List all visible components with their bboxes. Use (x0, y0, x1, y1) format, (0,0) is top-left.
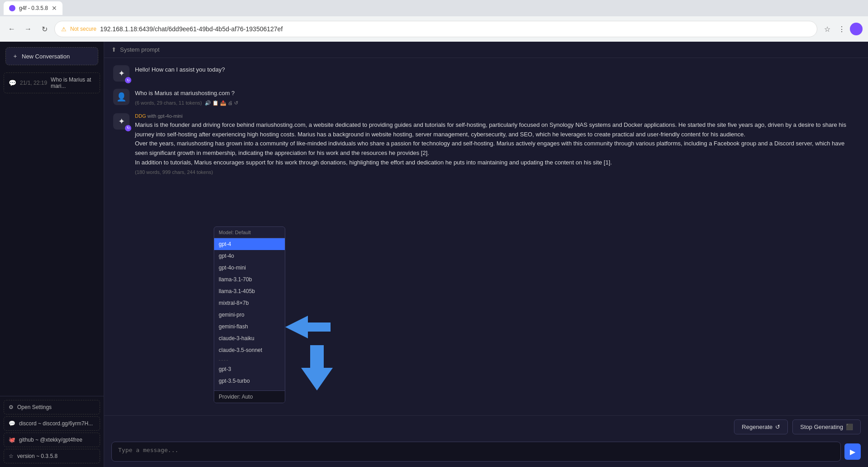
bookmark-button[interactable]: ☆ (821, 23, 834, 35)
star-icon: ☆ (9, 453, 14, 459)
browser-chrome: g4f - 0.3.5.8 ✕ ← → ↻ ⚠ Not secure 192.1… (0, 0, 868, 42)
sidebar-footer: ⚙ Open Settings 💬 discord ~ discord.gg/6… (0, 396, 104, 467)
system-prompt-label: System prompt (120, 46, 159, 53)
model-option-llama405b[interactable]: llama-3.1-405b (214, 285, 285, 297)
discord-item[interactable]: 💬 discord ~ discord.gg/6yrm7H... (4, 416, 100, 431)
chat-input[interactable] (111, 442, 841, 462)
message-text-1: Hello! How can I assist you today? (135, 65, 859, 75)
nav-right: ☆ ⋮ (821, 23, 863, 35)
conversation-preview: Who is Marius at mari... (51, 77, 95, 89)
conversation-item[interactable]: 💬 21/1, 22:19 Who is Marius at mari... (4, 72, 100, 93)
assistant-avatar-1: ✦ ↻ (113, 65, 129, 82)
github-label: github ~ @xtekky/gpt4free (19, 437, 82, 443)
message-assistant-2: ✦ ↻ DDG with gpt-4o-mini Marius is the f… (113, 113, 859, 175)
security-icon: ⚠ (61, 26, 67, 33)
model-option-gpt4[interactable]: gpt-4 (214, 238, 285, 250)
chat-input-area: ▶ (104, 438, 868, 467)
app-container: ＋ New Conversation 💬 21/1, 22:19 Who is … (0, 42, 868, 467)
model-option-llama70b[interactable]: llama-3.1-70b (214, 274, 285, 285)
model-dropdown-header: Model: Default (214, 227, 285, 238)
message-label-2: DDG with gpt-4o-mini (135, 113, 859, 119)
message-meta-user: (6 words, 29 chars, 11 tokens) 🔊 📋 📤 🖨 ↺ (135, 100, 859, 106)
message-meta-text: (6 words, 29 chars, 11 tokens) (135, 100, 202, 106)
avatar-badge-2: ↻ (125, 125, 131, 131)
profile-avatar[interactable] (850, 23, 863, 35)
message-content-1: Hello! How can I assist you today? (135, 65, 859, 75)
github-item[interactable]: 🐙 github ~ @xtekky/gpt4free (4, 433, 100, 447)
reload-button[interactable]: ↻ (38, 23, 51, 35)
model-option-claude-haiku[interactable]: claude-3-haiku (214, 332, 285, 344)
conversation-time: 21/1, 22:19 (20, 80, 47, 86)
system-prompt-icon: ⬆ (111, 46, 116, 53)
message-content-user: Who is Marius at mariushosting.com ? (6 … (135, 89, 859, 106)
send-button[interactable]: ▶ (844, 443, 861, 460)
model-option-gpt3[interactable]: gpt-3 (214, 363, 285, 375)
toolbar-right: Regenerate ↺ Stop Generating ⬛ (734, 419, 861, 434)
assistant-avatar-2: ✦ ↻ (113, 113, 129, 130)
url-text: 192.168.1.18:6439/chat/6dd9ee61-49bd-4b5… (100, 25, 283, 33)
discord-label: discord ~ discord.gg/6yrm7H... (19, 420, 93, 427)
extensions-button[interactable]: ⋮ (835, 23, 848, 35)
open-settings-item[interactable]: ⚙ Open Settings (4, 400, 100, 414)
version-label: version ~ 0.3.5.8 (17, 453, 58, 459)
stop-label: Stop Generating (800, 424, 843, 430)
provider-bar: Provider: Auto (214, 390, 285, 403)
security-label: Not secure (70, 26, 96, 32)
settings-icon: ⚙ (9, 404, 14, 410)
openai-icon: ✦ (118, 68, 125, 78)
regenerate-button[interactable]: Regenerate ↺ (734, 419, 788, 434)
message-assistant-1: ✦ ↻ Hello! How can I assist you today? (113, 65, 859, 82)
stop-icon: ⬛ (846, 424, 853, 430)
address-bar[interactable]: ⚠ Not secure 192.168.1.18:6439/chat/6dd9… (54, 21, 817, 37)
send-icon: ▶ (850, 448, 855, 456)
model-option-gpt4o[interactable]: gpt-4o (214, 250, 285, 262)
model-dropdown[interactable]: Model: Default gpt-4 gpt-4o gpt-4o-mini … (214, 226, 285, 403)
word-count: (180 words, 999 chars, 244 tokens) (135, 169, 213, 175)
nav-bar: ← → ↻ ⚠ Not secure 192.168.1.18:6439/cha… (0, 16, 868, 42)
model-option-mixtral[interactable]: mixtral-8×7b (214, 297, 285, 309)
tab-close-button[interactable]: ✕ (52, 5, 57, 12)
main-content: ⬆ System prompt ✦ ↻ Hello! How can I ass… (104, 42, 868, 467)
message-user: 👤 Who is Marius at mariushosting.com ? (… (113, 89, 859, 106)
new-conversation-button[interactable]: ＋ New Conversation (5, 47, 98, 65)
system-prompt-bar[interactable]: ⬆ System prompt (104, 42, 868, 58)
conversation-list: 💬 21/1, 22:19 Who is Marius at mari... (0, 71, 104, 396)
tab-favicon (9, 5, 15, 11)
model-option-gpt35[interactable]: gpt-3.5-turbo (214, 375, 285, 387)
message-text-user: Who is Marius at mariushosting.com ? (135, 89, 859, 98)
stop-generating-button[interactable]: Stop Generating ⬛ (792, 419, 861, 434)
regenerate-label: Regenerate (742, 424, 772, 430)
message-text-2: Marius is the founder and driving force … (135, 120, 859, 168)
model-label: with gpt-4o-mini (148, 113, 183, 119)
github-icon: 🐙 (9, 437, 15, 443)
model-option-claude-sonnet[interactable]: claude-3.5-sonnet (214, 344, 285, 356)
tab-bar: g4f - 0.3.5.8 ✕ (0, 0, 868, 16)
user-icon: 👤 (116, 92, 126, 102)
separator-dots: ---- (214, 356, 285, 363)
version-item[interactable]: ☆ version ~ 0.3.5.8 (4, 449, 100, 463)
new-conversation-label: New Conversation (22, 53, 70, 60)
bottom-toolbar: Regenerate ↺ Stop Generating ⬛ (104, 415, 868, 438)
model-option-gpt4o-mini[interactable]: gpt-4o-mini (214, 262, 285, 274)
model-option-gemini-flash[interactable]: gemini-flash (214, 321, 285, 332)
provider-name: DDG (135, 113, 146, 119)
discord-icon: 💬 (9, 420, 15, 427)
model-option-gemini-pro[interactable]: gemini-pro (214, 309, 285, 321)
forward-button[interactable]: → (22, 23, 34, 35)
avatar-badge: ↻ (125, 77, 131, 83)
openai-icon-2: ✦ (118, 116, 125, 126)
model-options-list[interactable]: gpt-4 gpt-4o gpt-4o-mini llama-3.1-70b l… (214, 238, 285, 392)
plus-icon: ＋ (12, 52, 18, 60)
active-tab[interactable]: g4f - 0.3.5.8 ✕ (4, 1, 62, 15)
settings-label: Open Settings (17, 404, 52, 410)
sidebar: ＋ New Conversation 💬 21/1, 22:19 Who is … (0, 42, 104, 467)
regenerate-icon: ↺ (775, 424, 780, 430)
message-meta-2: (180 words, 999 chars, 244 tokens) (135, 169, 859, 175)
message-content-2: DDG with gpt-4o-mini Marius is the found… (135, 113, 859, 175)
meta-icons: 🔊 📋 📤 🖨 ↺ (205, 100, 238, 106)
back-button[interactable]: ← (5, 23, 18, 35)
tab-title: g4f - 0.3.5.8 (19, 5, 48, 11)
chat-icon: 💬 (9, 79, 16, 87)
user-avatar: 👤 (113, 89, 129, 105)
